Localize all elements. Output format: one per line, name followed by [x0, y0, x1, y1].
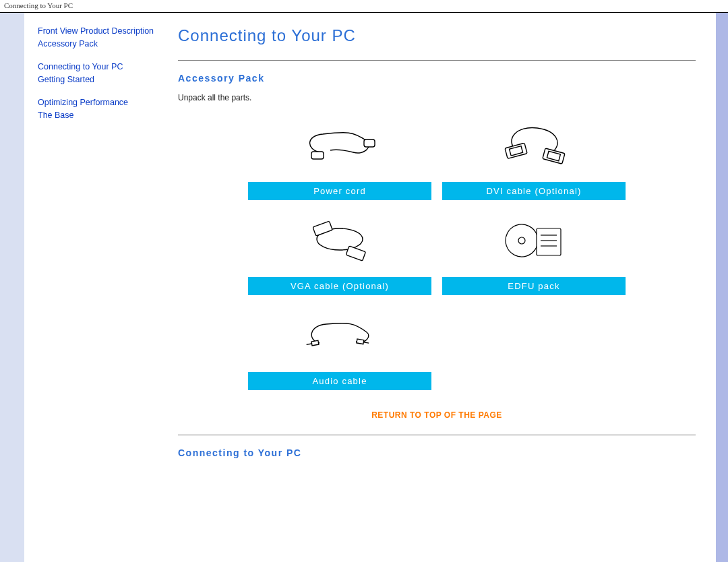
svg-rect-11: [537, 228, 561, 255]
divider: [178, 435, 696, 435]
divider: [178, 60, 696, 61]
page-title: Connecting to Your PC: [178, 26, 696, 45]
accessory-label: Power cord: [248, 182, 431, 200]
sidebar-item-getting-started[interactable]: Getting Started: [38, 73, 158, 86]
accessory-label: EDFU pack: [442, 277, 626, 295]
section-intro: Unpack all the parts.: [178, 93, 696, 102]
return-to-top-link[interactable]: RETURN TO TOP OF THE PAGE: [178, 410, 696, 420]
main-content: Connecting to Your PC Accessory Pack Unp…: [166, 13, 716, 562]
left-accent-stripe: [0, 13, 24, 562]
svg-line-18: [363, 342, 369, 343]
dvi-cable-icon: [442, 109, 626, 182]
accessory-grid: Power cord: [248, 109, 626, 390]
svg-rect-1: [364, 139, 375, 147]
accessory-cell-dvi: DVI cable (Optional): [442, 109, 626, 200]
vga-cable-icon: [248, 204, 431, 277]
right-accent-stripe: [716, 13, 728, 562]
sidebar-item-the-base[interactable]: The Base: [38, 109, 158, 122]
svg-rect-7: [313, 221, 332, 236]
accessory-label: Audio cable: [248, 372, 431, 390]
sidebar-item-front-view[interactable]: Front View Product Description: [38, 25, 158, 38]
accessory-cell-power-cord: Power cord: [248, 109, 431, 200]
svg-rect-8: [346, 246, 365, 261]
svg-point-10: [518, 237, 525, 244]
accessory-label: VGA cable (Optional): [248, 277, 431, 295]
sidebar-nav: Front View Product Description Accessory…: [24, 13, 166, 562]
power-cord-icon: [248, 109, 431, 182]
sidebar-item-accessory-pack[interactable]: Accessory Pack: [38, 38, 158, 51]
section-heading-connecting: Connecting to Your PC: [178, 447, 696, 458]
window-title: Connecting to Your PC: [4, 1, 73, 9]
accessory-cell-vga: VGA cable (Optional): [248, 204, 431, 295]
sidebar-item-connecting[interactable]: Connecting to Your PC: [38, 61, 158, 73]
section-heading-accessory: Accessory Pack: [178, 73, 696, 84]
edfu-pack-icon: [442, 204, 626, 277]
svg-rect-0: [311, 152, 324, 159]
accessory-cell-empty: [442, 299, 626, 390]
sidebar-item-optimizing[interactable]: Optimizing Performance: [38, 96, 158, 109]
window-title-bar: Connecting to Your PC: [0, 0, 728, 12]
accessory-cell-edfu: EDFU pack: [442, 204, 626, 295]
accessory-cell-audio: Audio cable: [248, 299, 431, 390]
svg-line-16: [307, 344, 312, 344]
audio-cable-icon: [248, 299, 431, 372]
accessory-label: DVI cable (Optional): [442, 182, 626, 200]
svg-rect-15: [311, 340, 319, 346]
svg-rect-17: [357, 339, 364, 344]
